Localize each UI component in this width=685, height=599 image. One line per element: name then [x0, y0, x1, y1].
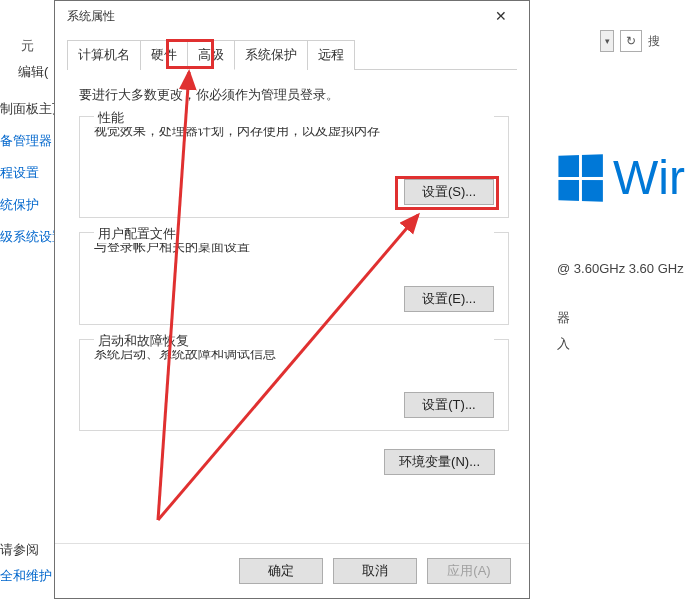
tab-advanced[interactable]: 高级 — [187, 40, 235, 70]
advanced-panel: 要进行大多数更改，你必须作为管理员登录。 性能 视觉效果，处理器计划，内存使用，… — [55, 70, 529, 543]
user-profiles-legend: 用户配置文件 — [94, 225, 494, 243]
system-properties-dialog: 系统属性 ✕ 计算机名 硬件 高级 系统保护 远程 要进行大多数更改，你必须作为… — [54, 0, 530, 599]
tab-remote[interactable]: 远程 — [307, 40, 355, 70]
close-button[interactable]: ✕ — [481, 2, 521, 30]
cpu-spec: @ 3.60GHz 3.60 GHz — [557, 257, 685, 281]
search-label: 搜 — [648, 33, 668, 50]
tab-hardware[interactable]: 硬件 — [140, 40, 188, 70]
dialog-title: 系统属性 — [67, 8, 115, 25]
breadcrumb-suffix: 元 — [0, 35, 54, 57]
windows-logo-icon — [558, 154, 602, 201]
apply-button[interactable]: 应用(A) — [427, 558, 511, 584]
tab-computer-name[interactable]: 计算机名 — [67, 40, 141, 70]
startup-legend: 启动和故障恢复 — [94, 332, 494, 350]
dialog-button-row: 确定 取消 应用(A) — [55, 543, 529, 598]
windows-logo: Wir — [557, 150, 685, 205]
refresh-icon: ↻ — [626, 34, 636, 48]
refresh-button[interactable]: ↻ — [620, 30, 642, 52]
edit-menu[interactable]: 编辑( — [18, 63, 48, 81]
environment-variables-button[interactable]: 环境变量(N)... — [384, 449, 495, 475]
chevron-down-icon: ▾ — [605, 36, 610, 46]
windows-wordmark: Wir — [613, 150, 685, 205]
tab-system-protection[interactable]: 系统保护 — [234, 40, 308, 70]
admin-notice: 要进行大多数更改，你必须作为管理员登录。 — [79, 86, 509, 104]
startup-recovery-group: 启动和故障恢复 系统启动、系统故障和调试信息 设置(T)... — [79, 339, 509, 431]
ok-button[interactable]: 确定 — [239, 558, 323, 584]
cat-item-0: 器 — [557, 305, 685, 331]
performance-legend: 性能 — [94, 109, 494, 127]
tabstrip: 计算机名 硬件 高级 系统保护 远程 — [55, 31, 529, 69]
user-profiles-group: 用户配置文件 与登录帐户相关的桌面设置 设置(E)... — [79, 232, 509, 326]
address-dropdown-button[interactable]: ▾ — [600, 30, 614, 52]
right-info-panel: Wir @ 3.60GHz 3.60 GHz 器 入 — [557, 150, 685, 357]
see-also-heading: 请参阅 — [0, 537, 52, 563]
cancel-button[interactable]: 取消 — [333, 558, 417, 584]
security-maintenance-link[interactable]: 全和维护 — [0, 563, 52, 589]
startup-settings-button[interactable]: 设置(T)... — [404, 392, 494, 418]
close-icon: ✕ — [495, 8, 507, 24]
see-also: 请参阅 全和维护 — [0, 537, 52, 589]
user-profiles-settings-button[interactable]: 设置(E)... — [404, 286, 494, 312]
performance-settings-button[interactable]: 设置(S)... — [404, 179, 494, 205]
titlebar: 系统属性 ✕ — [55, 1, 529, 31]
performance-group: 性能 视觉效果，处理器计划，内存使用，以及虚拟内存 设置(S)... — [79, 116, 509, 218]
cat-item-1: 入 — [557, 331, 685, 357]
